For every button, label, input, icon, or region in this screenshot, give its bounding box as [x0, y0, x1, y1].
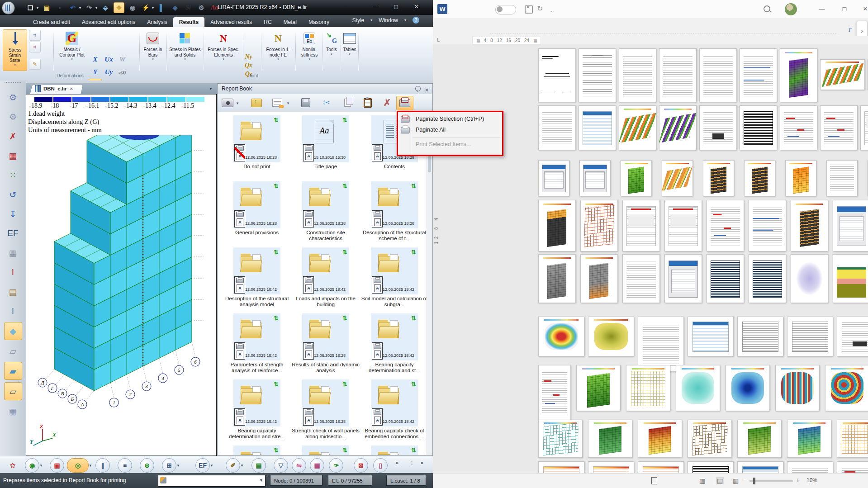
avatar[interactable]: [785, 3, 797, 15]
renumber-nodes-button[interactable]: ⁙: [5, 166, 22, 184]
toolbar-overflow-icon-2[interactable]: »: [421, 460, 423, 465]
report-item-canvas[interactable]: ⇅A12.06.2025 18:42: [371, 379, 418, 426]
page-thumbnail[interactable]: [588, 420, 632, 458]
page-thumbnail[interactable]: [749, 254, 786, 303]
page-thumbnail[interactable]: [619, 105, 656, 150]
stress-strain-state-button[interactable]: Stress Strain State▾: [3, 29, 27, 71]
renumber-elements-button[interactable]: ▦: [5, 147, 22, 164]
page-thumbnail[interactable]: [538, 461, 584, 473]
measure-ruler-button[interactable]: ✎: [29, 59, 41, 70]
zoom-slider-thumb[interactable]: [753, 478, 755, 484]
page-thumbnail[interactable]: [538, 254, 576, 303]
page-thumbnail[interactable]: [621, 160, 652, 196]
page-thumbnail[interactable]: [833, 200, 868, 251]
word-maximize-button[interactable]: ◻: [835, 0, 854, 18]
autosave-toggle[interactable]: [495, 5, 516, 14]
word-minimize-button[interactable]: —: [812, 0, 832, 18]
report-item[interactable]: ⇅A12.06.2025 18:42Description of the str…: [223, 247, 291, 308]
page-thumbnail[interactable]: [787, 317, 833, 356]
page-thumbnail[interactable]: [662, 160, 693, 196]
new-document-button[interactable]: ❏: [25, 3, 35, 13]
page-thumbnail[interactable]: [538, 365, 571, 420]
si-units-button[interactable]: Si: [183, 3, 193, 13]
nonlin-stiffness-button[interactable]: EoNonlin. stiffness▾: [297, 29, 322, 61]
page-thumbnail[interactable]: [638, 461, 684, 473]
page-thumbnail[interactable]: [740, 105, 777, 150]
report-item[interactable]: Aa⇅A15.10.2019 15:30Title page: [292, 115, 360, 170]
edit-gears-button[interactable]: ⚙: [5, 89, 22, 106]
page-thumbnail[interactable]: [664, 254, 702, 303]
report-item-partial[interactable]: ⇅: [292, 445, 360, 455]
page-thumbnail[interactable]: [579, 48, 616, 102]
tab-rc[interactable]: RC: [258, 17, 277, 27]
report-item-canvas[interactable]: ⇅A12.06.2025 18:28: [233, 181, 280, 228]
report-item-canvas[interactable]: ⇅: [302, 445, 349, 455]
report-item-canvas[interactable]: ⇅A12.06.2025 18:28: [233, 115, 280, 162]
mosaic-contour-button[interactable]: G Mosaic / Contour Plot▾: [57, 29, 87, 71]
zoom-out-icon[interactable]: −: [743, 476, 747, 483]
report-book-button[interactable]: ▤: [251, 458, 266, 473]
menu-item-paginate-selection[interactable]: Paginate Selection (Ctrl+P): [411, 114, 502, 124]
report-item[interactable]: ⇅A12.06.2025 18:28General provisions: [223, 181, 291, 236]
send-dropdown-icon[interactable]: ▼: [286, 101, 290, 105]
select-node-button[interactable]: ◉: [25, 458, 39, 473]
paste-button[interactable]: [361, 96, 375, 109]
page-thumbnail[interactable]: [688, 317, 734, 356]
flash-run-button[interactable]: ⚡: [141, 3, 151, 13]
page-thumbnail[interactable]: [749, 200, 786, 251]
page-thumbnail[interactable]: [744, 160, 775, 196]
page-thumbnail[interactable]: [688, 420, 732, 458]
load-case-combo[interactable]: ▼: [158, 475, 266, 487]
cut-button[interactable]: ✂: [320, 96, 333, 109]
report-scrollbar[interactable]: [427, 112, 432, 455]
stress-plates-button[interactable]: Stress in Plates and Solids▾: [168, 29, 202, 61]
report-item-canvas[interactable]: Aa⇅A15.10.2019 15:30: [302, 115, 349, 162]
page-thumbnail[interactable]: [826, 160, 858, 196]
bar-red-button[interactable]: I: [5, 264, 22, 281]
page-thumbnail[interactable]: [538, 200, 576, 251]
report-item[interactable]: ⇅A12.06.2025 18:42Bearing capacity deter…: [360, 313, 427, 374]
zoom-in-icon[interactable]: +: [796, 476, 800, 483]
help-icon[interactable]: ?: [413, 17, 419, 24]
box-fragment-button[interactable]: ▯: [373, 458, 388, 473]
edit-gears-2-button[interactable]: ⚙: [5, 108, 22, 125]
page-thumbnail[interactable]: [659, 105, 697, 150]
toolbar-grip[interactable]: [5, 82, 21, 86]
page-thumbnail[interactable]: [791, 254, 828, 303]
zoom-level[interactable]: 10%: [806, 477, 817, 483]
page-thumbnail[interactable]: [576, 365, 621, 411]
chart-results-button[interactable]: ▌: [157, 3, 167, 13]
save-icon[interactable]: [525, 5, 533, 14]
page-thumbnail[interactable]: [579, 160, 611, 196]
document-close-icon[interactable]: ✕: [70, 86, 73, 91]
render-view-button[interactable]: ◉: [128, 3, 138, 13]
send-to-report-button[interactable]: [270, 96, 284, 109]
report-item-partial[interactable]: ⇅: [223, 445, 291, 455]
report-item[interactable]: ⇅A12.06.2025 18:42Loads and impacts on t…: [292, 247, 360, 308]
model-viewport[interactable]: -18.9-18-17-16.1-15.2-14.3-13.4-12.4-11.…: [26, 94, 216, 456]
page-thumbnail[interactable]: [538, 105, 576, 150]
page-thumbnail[interactable]: [626, 365, 670, 411]
menu-item-paginate-all[interactable]: Paginate All: [411, 125, 502, 135]
bar-steel-button[interactable]: I: [5, 303, 22, 320]
brush-button[interactable]: ✑: [329, 458, 343, 473]
lira-close-button[interactable]: ✕: [406, 0, 427, 15]
report-item[interactable]: ⇅A12.06.2025 18:28Description of the str…: [360, 181, 427, 242]
frame-result-button[interactable]: ⌗: [29, 30, 41, 41]
report-item-canvas[interactable]: ⇅A12.06.2025 18:42: [233, 379, 280, 426]
page-thumbnail[interactable]: [860, 105, 868, 150]
plate-table-button[interactable]: ▱: [5, 342, 22, 360]
zoom-slider[interactable]: [749, 480, 793, 482]
toolbar-overflow-icon[interactable]: »: [396, 460, 398, 465]
page-thumbnail[interactable]: [820, 105, 858, 150]
page-thumbnail[interactable]: [780, 48, 817, 102]
lira-maximize-button[interactable]: ◻: [386, 0, 406, 15]
page-thumbnail[interactable]: [837, 317, 868, 356]
save-file-button[interactable]: ▪: [55, 3, 65, 13]
read-mode-icon[interactable]: ▥: [699, 477, 705, 484]
tab-advanced-results[interactable]: Advanced results: [204, 17, 258, 27]
frame-deformed-button[interactable]: ⌗: [29, 42, 41, 52]
page-thumbnail[interactable]: [699, 48, 737, 102]
plate-layers-button[interactable]: ▤: [5, 283, 22, 300]
lock-button[interactable]: ◈: [170, 3, 180, 13]
